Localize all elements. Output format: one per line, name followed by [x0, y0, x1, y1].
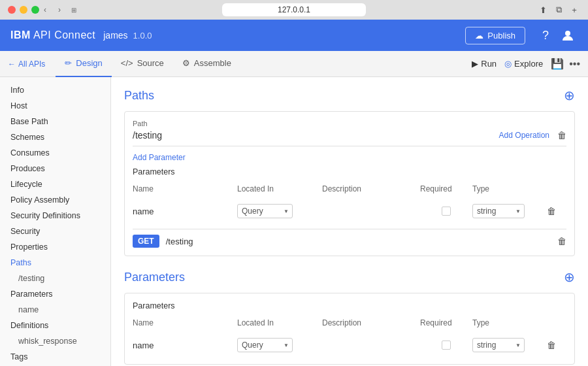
delete-path-icon[interactable]: 🗑 — [557, 130, 566, 141]
required-checkbox[interactable] — [442, 207, 451, 216]
left-arrow-icon: ← — [8, 59, 16, 69]
col-header-located-2: Located In — [237, 318, 322, 327]
tab-source[interactable]: </> Source — [112, 51, 173, 77]
global-param-required — [420, 341, 472, 350]
path-card: Path /testing Add Operation 🗑 Add Parame… — [124, 111, 575, 256]
parameters-card: Parameters Name Located In Description R… — [124, 293, 575, 365]
add-operation-link[interactable]: Add Operation — [499, 131, 549, 140]
parameters-section: Parameters ⊕ Parameters Name Located In … — [124, 269, 575, 365]
sidebar-item-lifecycle[interactable]: Lifecycle — [0, 176, 110, 192]
delete-global-param-icon[interactable]: 🗑 — [547, 340, 566, 350]
content-area: Paths ⊕ Path /testing Add Operation 🗑 Ad… — [111, 77, 588, 366]
duplicate-icon[interactable]: ⧉ — [553, 4, 564, 16]
sidebar-item-paths[interactable]: Paths — [0, 255, 110, 271]
maximize-button[interactable] — [31, 6, 39, 14]
global-param-located-wrapper: Query Header Path Body Form Data — [237, 338, 322, 352]
sidebar-item-whisk-response[interactable]: whisk_response — [0, 333, 110, 349]
sidebar-item-definitions[interactable]: Definitions — [0, 318, 110, 333]
col-header-name: Name — [133, 184, 237, 193]
forward-arrow-icon[interactable]: › — [54, 4, 65, 16]
sidebar-item-host[interactable]: Host — [0, 98, 110, 114]
param-located-in-select-wrapper: Query Header Path Body Form Data — [237, 204, 322, 218]
params-table-header: Name Located In Description Required Typ… — [133, 182, 566, 196]
parameters-section-title: Parameters — [124, 271, 185, 284]
sidebar-item-parameters[interactable]: Parameters — [0, 286, 110, 302]
param-required-checkbox — [420, 207, 472, 216]
global-param-located-select[interactable]: Query Header Path Body Form Data — [237, 338, 293, 352]
svg-point-0 — [565, 31, 570, 36]
col-header-type-2: Type — [472, 318, 547, 327]
run-button[interactable]: ▶ Run — [472, 59, 497, 69]
sidebar-item-schemes[interactable]: Schemes — [0, 129, 110, 145]
new-tab-icon[interactable]: + — [568, 4, 580, 16]
global-required-checkbox[interactable] — [442, 341, 451, 350]
global-param-row: name Query Header Path Body Form Data — [133, 334, 566, 356]
param-name-value: name — [133, 207, 237, 216]
paths-section-header: Paths ⊕ — [124, 88, 575, 103]
col-header-description-2: Description — [322, 318, 420, 327]
sidebar-item-consumes[interactable]: Consumes — [0, 145, 110, 161]
all-apis-link[interactable]: ← All APIs — [8, 59, 45, 69]
sidebar-item-security[interactable]: Security — [0, 224, 110, 239]
delete-param-icon[interactable]: 🗑 — [547, 206, 566, 216]
add-path-button[interactable]: ⊕ — [564, 88, 575, 103]
sidebar-item-tags[interactable]: Tags — [0, 349, 110, 365]
sidebar-item-base-path[interactable]: Base Path — [0, 114, 110, 129]
param-located-in-select[interactable]: Query Header Path Body Form Data — [237, 204, 293, 218]
get-path-value: /testing — [166, 237, 557, 246]
col-header-located: Located In — [237, 184, 322, 193]
sidebar-item-policy-assembly[interactable]: Policy Assembly — [0, 192, 110, 208]
minimize-button[interactable] — [20, 6, 27, 14]
back-arrow-icon[interactable]: ‹ — [39, 4, 51, 16]
tab-design[interactable]: ✏ Design — [56, 51, 111, 77]
publish-button[interactable]: ☁ Publish — [465, 27, 525, 44]
col-header-required-2: Required — [420, 318, 472, 327]
app-logo: IBM API Connect — [10, 29, 95, 41]
save-icon[interactable]: 💾 — [551, 58, 564, 70]
path-value: /testing — [133, 130, 162, 141]
cloud-icon: ☁ — [475, 31, 483, 41]
add-param-button[interactable]: ⊕ — [564, 269, 575, 285]
param-type-wrapper: string integer boolean array object — [472, 204, 547, 218]
play-icon: ▶ — [472, 59, 478, 69]
sidebar-item-security-definitions[interactable]: Security Definitions — [0, 208, 110, 224]
sidebar-item-properties[interactable]: Properties — [0, 239, 110, 255]
sidebar-item-testing[interactable]: /testing — [0, 271, 110, 286]
get-operation-row: GET /testing 🗑 — [133, 229, 566, 248]
paths-title: Paths — [124, 89, 154, 103]
grid-icon[interactable]: ⊞ — [68, 4, 80, 16]
add-parameter-link[interactable]: Add Parameter — [133, 153, 566, 162]
app-header: IBM API Connect james 1.0.0 ☁ Publish ? — [0, 20, 588, 51]
url-bar[interactable]: 127.0.0.1 — [222, 3, 366, 16]
sidebar-item-name[interactable]: name — [0, 302, 110, 318]
explore-button[interactable]: ◎ Explore — [504, 59, 543, 69]
nav-arrows: ‹ › ⊞ — [39, 4, 80, 16]
path-label: Path — [133, 120, 566, 127]
window-controls — [8, 6, 39, 14]
sidebar-item-produces[interactable]: Produces — [0, 161, 110, 176]
parameters-sub-label: Parameters — [133, 167, 566, 176]
share-icon[interactable]: ⬆ — [537, 4, 549, 16]
params-table-header-2: Name Located In Description Required Typ… — [133, 316, 566, 330]
help-icon[interactable]: ? — [536, 25, 555, 45]
global-param-name: name — [133, 341, 237, 350]
tab-assemble[interactable]: ⚙ Assemble — [173, 51, 240, 77]
param-type-select[interactable]: string integer boolean array object — [472, 204, 525, 218]
more-options-icon[interactable]: ••• — [569, 58, 580, 70]
global-param-type-select[interactable]: string integer boolean array object — [472, 338, 525, 352]
titlebar: ‹ › ⊞ 127.0.0.1 ⬆ ⧉ + — [0, 0, 588, 20]
col-header-description: Description — [322, 184, 420, 193]
get-badge: GET — [133, 235, 159, 248]
code-icon: </> — [121, 58, 133, 68]
col-header-required: Required — [420, 184, 472, 193]
explore-icon: ◎ — [504, 59, 512, 69]
app-version: 1.0.0 — [133, 31, 152, 41]
sidebar: Info Host Base Path Schemes Consumes Pro… — [0, 77, 111, 366]
app-username: james — [103, 30, 127, 41]
pencil-icon: ✏ — [65, 58, 72, 68]
assemble-icon: ⚙ — [182, 58, 190, 68]
sidebar-item-info[interactable]: Info — [0, 82, 110, 98]
delete-operation-icon[interactable]: 🗑 — [557, 236, 566, 246]
close-button[interactable] — [8, 6, 16, 14]
user-icon[interactable] — [558, 25, 578, 45]
